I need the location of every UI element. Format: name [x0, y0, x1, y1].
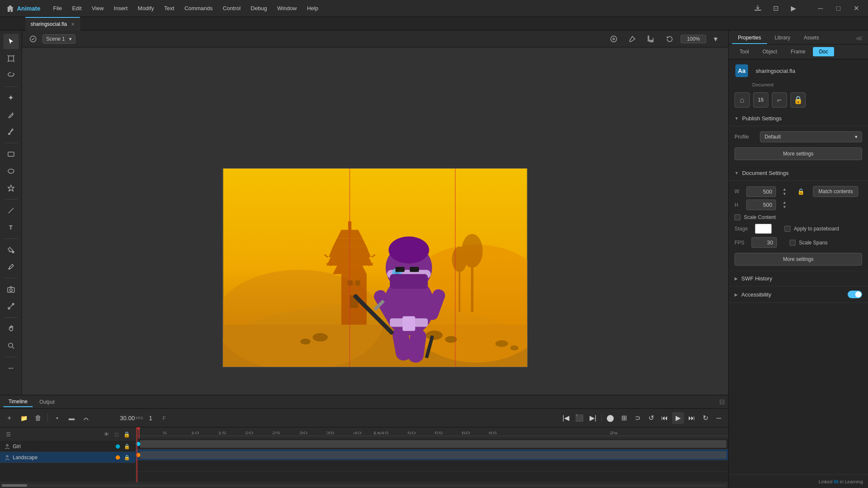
prop-anchor-icon[interactable]: ⌂: [734, 92, 750, 108]
loop-button[interactable]: ⊞: [618, 412, 630, 424]
tab-close-button[interactable]: ×: [71, 21, 75, 28]
menu-view[interactable]: View: [88, 3, 108, 13]
select-tool[interactable]: [3, 34, 19, 49]
line-tool[interactable]: [3, 203, 19, 218]
paint-bucket-tool[interactable]: [3, 242, 19, 258]
width-up-icon[interactable]: ▲: [782, 187, 787, 191]
maximize-button[interactable]: □: [830, 2, 847, 15]
fullscreen-button[interactable]: ⊡: [767, 2, 784, 15]
record-button[interactable]: ⬤: [604, 412, 616, 424]
motion-path-button[interactable]: [80, 412, 92, 424]
width-input[interactable]: [746, 186, 776, 197]
play-button[interactable]: ▶: [785, 2, 802, 15]
prop-lock-icon[interactable]: 🔒: [790, 92, 806, 108]
assets-tab[interactable]: Assets: [798, 32, 825, 44]
doc-more-settings-button[interactable]: More settings: [734, 253, 862, 266]
menu-help[interactable]: Help: [303, 3, 323, 13]
prop-snap-icon[interactable]: 15: [753, 92, 768, 108]
text-tool[interactable]: T: [3, 220, 19, 235]
canvas-rotate-icon[interactable]: [662, 31, 677, 47]
height-down-icon[interactable]: ▼: [782, 205, 787, 209]
apply-pasteboard-checkbox[interactable]: [785, 226, 790, 232]
add-folder-button[interactable]: 📁: [18, 412, 30, 424]
pencil-tool[interactable]: [3, 107, 19, 122]
canvas-settings-icon[interactable]: [606, 31, 621, 47]
tool-tab[interactable]: Tool: [734, 47, 755, 56]
publish-more-settings-button[interactable]: More settings: [734, 147, 862, 160]
pen-tool[interactable]: ✦: [3, 90, 19, 105]
lasso-tool[interactable]: [3, 68, 19, 83]
height-up-icon[interactable]: ▲: [782, 200, 787, 205]
zoom-dropdown-icon[interactable]: ▾: [708, 31, 723, 47]
timeline-collapse-button[interactable]: ⊟: [719, 398, 725, 406]
home-button[interactable]: [3, 2, 17, 15]
scale-spans-checkbox[interactable]: [790, 240, 796, 246]
rectangle-tool[interactable]: [3, 147, 19, 162]
export-button[interactable]: [749, 2, 766, 15]
prev-keyframe-button[interactable]: ⊃: [632, 412, 643, 424]
layer-girl[interactable]: Girl 🔒: [0, 441, 135, 452]
panel-collapse-button[interactable]: ≪: [854, 33, 865, 44]
menu-file[interactable]: File: [49, 3, 66, 13]
match-contents-button[interactable]: Match contents: [813, 186, 858, 197]
canvas-pen-icon[interactable]: [625, 31, 640, 47]
menu-control[interactable]: Control: [219, 3, 245, 13]
menu-window[interactable]: Window: [273, 3, 301, 13]
next-frame-button[interactable]: ▶|: [587, 412, 599, 424]
menu-text[interactable]: Text: [160, 3, 178, 13]
document-settings-header[interactable]: ▼ Document Settings: [729, 166, 868, 181]
menu-modify[interactable]: Modify: [134, 3, 158, 13]
swf-history-header[interactable]: ▶ SWF History: [729, 271, 868, 286]
wh-link-icon[interactable]: 🔒: [797, 188, 804, 195]
layer-landscape-lock[interactable]: 🔒: [122, 452, 132, 463]
menu-insert[interactable]: Insert: [110, 3, 132, 13]
frame-display[interactable]: 1: [149, 415, 153, 421]
object-tab[interactable]: Object: [757, 47, 783, 56]
step-forward-button[interactable]: ⏭: [686, 412, 698, 424]
edit-scene-icon[interactable]: [27, 33, 39, 45]
rewind-button[interactable]: ↺: [645, 412, 657, 424]
lock-all-button[interactable]: 🔒: [122, 429, 132, 439]
width-down-icon[interactable]: ▼: [782, 192, 787, 196]
menu-edit[interactable]: Edit: [68, 3, 86, 13]
camera-tool[interactable]: [3, 282, 19, 297]
loop-playback-button[interactable]: ↻: [699, 412, 711, 424]
app-name[interactable]: Animate: [17, 5, 40, 12]
layer-landscape[interactable]: Landscape 🔒: [0, 452, 135, 463]
scene-selector[interactable]: Scene 1 ▾: [42, 34, 75, 44]
canvas-crop-icon[interactable]: [643, 31, 659, 47]
menu-debug[interactable]: Debug: [247, 3, 271, 13]
output-tab[interactable]: Output: [34, 397, 60, 407]
bone-tool[interactable]: [3, 299, 19, 314]
frame-label-button[interactable]: F: [158, 412, 170, 424]
fps-input[interactable]: [751, 237, 777, 248]
height-input[interactable]: [746, 200, 776, 210]
stage-color-picker[interactable]: [755, 224, 772, 234]
hand-tool[interactable]: [3, 321, 19, 336]
delete-layer-button[interactable]: 🗑: [32, 412, 44, 424]
more-tools[interactable]: •••: [3, 360, 19, 376]
zoom-value[interactable]: 100%: [681, 35, 706, 43]
prev-frame-area[interactable]: ⬛: [573, 412, 585, 424]
doc-tab[interactable]: Doc: [813, 47, 834, 56]
zoom-tool[interactable]: [3, 338, 19, 353]
oval-tool[interactable]: [3, 164, 19, 179]
scroll-thumb[interactable]: [2, 484, 27, 487]
show-all-button[interactable]: 👁: [101, 429, 111, 439]
step-back-button[interactable]: ⏮: [659, 412, 670, 424]
accessibility-toggle[interactable]: [848, 291, 862, 298]
polystar-tool[interactable]: [3, 180, 19, 196]
prop-corner-icon[interactable]: ⌐: [772, 92, 787, 108]
keyframe-dot-button[interactable]: •: [51, 412, 63, 424]
scale-content-checkbox[interactable]: [734, 214, 740, 220]
frame-tab[interactable]: Frame: [785, 47, 812, 56]
menu-commands[interactable]: Commands: [180, 3, 217, 13]
brush-tool[interactable]: [3, 124, 19, 139]
minimize-button[interactable]: ─: [812, 2, 829, 15]
timeline-tab[interactable]: Timeline: [3, 397, 33, 407]
dropper-tool[interactable]: [3, 259, 19, 274]
file-tab[interactable]: sharingsocial.fla ×: [25, 17, 80, 30]
go-to-start-button[interactable]: |◀: [560, 412, 572, 424]
play-pause-button[interactable]: ▶: [672, 412, 684, 424]
profile-select[interactable]: Default ▾: [760, 131, 862, 142]
